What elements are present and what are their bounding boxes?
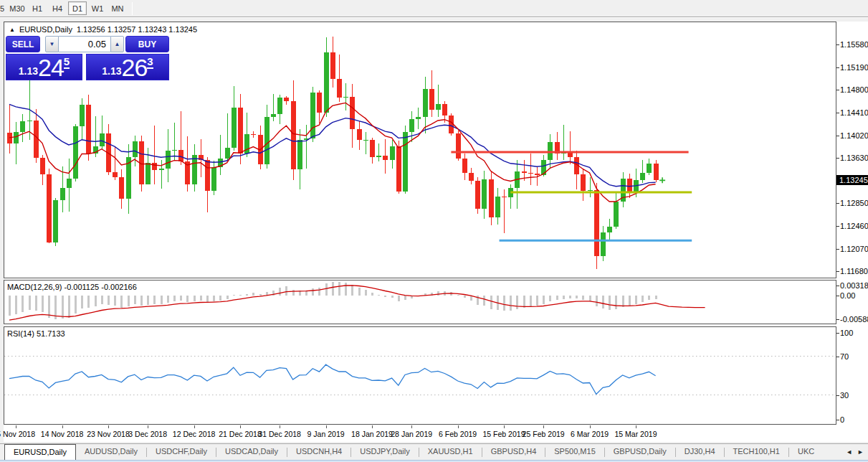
rsi-indicator-panel[interactable] [4,326,868,425]
axis-label: 1.13630 [840,154,868,162]
tab-scroll-buttons: ◄► [846,444,868,460]
date-label: 18 Jan 2019 [351,430,393,438]
date-label: 6 Mar 2019 [571,430,609,438]
chart-ohlc-values: 1.13256 1.13257 1.13243 1.13245 [77,25,197,34]
tab-sp500-m15[interactable]: SP500,M15 [545,444,604,460]
chart-window: ▲ EURUSD,Daily 1.13256 1.13257 1.13243 1… [4,22,868,442]
axis-label: 1.14410 [840,108,868,117]
axis-label: 1.14800 [840,85,868,94]
buy-price-button[interactable]: 1.13 26 3 [86,54,169,80]
axis-label: 70 [840,352,868,361]
axis-label: 0 [840,415,868,424]
last-price-plus-marker [659,177,665,183]
timeframe-toolbar: 5M30H1H4D1W1MN [0,0,868,16]
axis-label: 0.00 [840,291,868,300]
axis-label: 1.12070 [840,245,868,253]
axis-label: 1.14020 [840,131,868,140]
date-label: 9 Jan 2019 [307,430,345,438]
volume-increase-button[interactable]: ▲ [110,36,124,52]
sell-price-prefix: 1.13 [19,65,38,77]
tab-gbpusd-h4[interactable]: GBPUSD,H4 [482,444,545,460]
buy-price-big-digits: 26 [122,55,148,80]
date-label: 23 Nov 2018 [87,430,130,438]
timeframe-button-H4[interactable]: H4 [48,1,67,15]
tab-audusd-daily[interactable]: AUDUSD,Daily [76,444,146,460]
tab-xauusd-h1[interactable]: XAUUSD,H1 [419,444,482,460]
sell-button[interactable]: SELL [6,36,40,52]
axis-label: -0.005889 [840,315,868,324]
axis-label: 0.003188 [840,281,868,290]
date-label: 15 Mar 2019 [615,430,657,438]
axis-label: 1.11680 [840,267,868,275]
tab-ukc[interactable]: UKC [789,444,823,460]
scroll-right-icon[interactable]: ► [857,448,864,456]
sell-price-button[interactable]: 1.13 24 5 [6,54,82,80]
tab-eurusd-daily[interactable]: EURUSD,Daily [4,444,76,460]
scroll-left-icon[interactable]: ◄ [846,448,852,456]
timeframe-button-W1[interactable]: W1 [88,1,107,15]
tab-usdchf-daily[interactable]: USDCHF,Daily [147,444,216,460]
chart-title-bar: ▲ EURUSD,Daily 1.13256 1.13257 1.13243 1… [9,25,197,34]
timeframe-button-5[interactable]: 5 [0,1,6,15]
date-label: 15 Feb 2019 [483,430,525,438]
axis-label: 1.12850 [840,199,868,207]
timeframe-button-H1[interactable]: H1 [28,1,47,15]
timeframe-button-MN[interactable]: MN [108,1,127,15]
date-label: 31 Dec 2018 [258,430,301,438]
date-label: 5 Nov 2018 [0,430,35,438]
date-label: 14 Nov 2018 [41,430,84,438]
sell-price-big-digits: 24 [38,55,64,80]
collapse-triangle-icon[interactable]: ▲ [9,27,15,33]
chart-symbol-label: EURUSD,Daily [19,25,72,34]
axis-label: 1.15190 [840,63,868,72]
tab-dj30-h4[interactable]: DJ30,H4 [676,444,724,460]
date-label: 6 Feb 2019 [439,430,477,438]
axis-label: 100 [840,329,868,337]
axis-label: 1.15580 [840,40,868,49]
one-click-trading-panel: SELL ▼ ▲ BUY 1.13 24 5 1.13 26 3 [6,36,169,80]
date-label: 21 Dec 2018 [219,430,262,438]
buy-price-prefix: 1.13 [102,65,121,77]
toolbar-divider [132,2,133,15]
rsi-line [9,364,656,394]
date-label: 12 Dec 2018 [173,430,216,438]
axis-label: 1.12460 [840,222,868,230]
volume-decrease-button[interactable]: ▼ [45,36,59,52]
date-label: 25 Feb 2019 [523,430,565,438]
chart-tab-bar: EURUSD,DailyAUDUSD,DailyUSDCHF,DailyUSDC… [0,443,868,460]
current-price-badge: 1.13245 [836,175,868,185]
sell-price-pip-digit: 5 [64,55,70,69]
volume-input[interactable] [59,36,110,52]
tab-usdcad-daily[interactable]: USDCAD,Daily [216,444,287,460]
tab-usdcnh-h4[interactable]: USDCNH,H4 [287,444,350,460]
tab-tech100-h1[interactable]: TECH100,H1 [725,444,788,460]
macd-label: MACD(12,26,9) -0.001125 -0.002166 [7,283,137,291]
axis-label: 30 [840,391,868,400]
rsi-label: RSI(14) 51.7133 [7,329,65,338]
buy-button[interactable]: BUY [125,36,169,52]
date-label: 28 Jan 2019 [391,430,432,438]
tab-usdjpy-daily[interactable]: USDJPY,Daily [351,444,419,460]
timeframe-button-D1[interactable]: D1 [68,1,87,15]
tab-gbpusd-daily[interactable]: GBPUSD,Daily [605,444,675,460]
toolbar-separator [0,16,868,18]
buy-price-pip-digit: 3 [147,55,153,69]
timeframe-button-M30[interactable]: M30 [8,1,27,15]
date-label: 3 Dec 2018 [128,430,167,438]
